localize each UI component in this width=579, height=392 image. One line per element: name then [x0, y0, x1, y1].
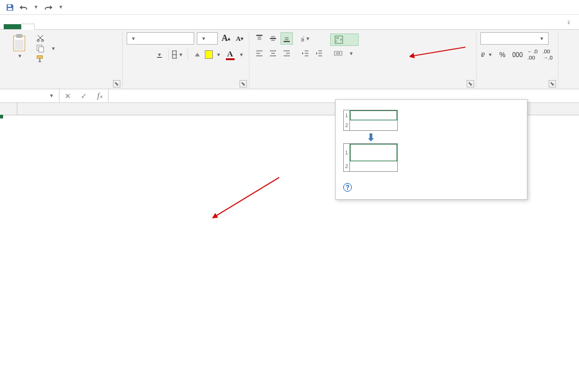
wrap-text-icon: abc	[334, 35, 343, 44]
borders-button[interactable]: ▼	[172, 48, 184, 61]
merge-icon	[334, 49, 343, 58]
merge-dropdown-icon[interactable]: ▼	[348, 51, 355, 56]
group-number: ▼ ₽▼ % 000 ←.0.00 .00→.0 ⬊	[477, 31, 559, 89]
increase-decimal-icon[interactable]: ←.0.00	[526, 48, 539, 61]
italic-button[interactable]	[140, 48, 152, 61]
ribbon: ▼ ▼ ⬊ ▼ ▼ A▴ A▾ ▼ ▼	[0, 30, 579, 89]
name-box[interactable]: ▼	[0, 89, 60, 102]
svg-rect-8	[38, 47, 43, 52]
tab-formulas[interactable]	[60, 24, 72, 29]
alignment-dialog-launcher[interactable]: ⬊	[467, 80, 474, 87]
accounting-format-icon[interactable]: ₽▼	[480, 48, 494, 61]
qat-customize-icon[interactable]: ▼	[57, 4, 65, 10]
align-right-icon[interactable]	[281, 47, 293, 60]
tell-me-icon[interactable]: ♀	[562, 16, 575, 29]
tab-home[interactable]	[21, 24, 35, 30]
align-left-icon[interactable]	[253, 47, 266, 60]
selection-box	[0, 115, 2, 118]
decrease-font-icon[interactable]: A▾	[234, 32, 245, 45]
paste-dropdown-icon[interactable]: ▼	[16, 53, 24, 59]
format-painter-button[interactable]	[36, 55, 57, 63]
align-center-icon[interactable]	[267, 47, 279, 60]
bold-button[interactable]	[127, 48, 138, 61]
svg-rect-1	[8, 7, 12, 10]
fill-color-button[interactable]	[191, 48, 203, 61]
group-font: ▼ ▼ A▴ A▾ ▼ ▼ ▼ A▼ ⬊	[123, 31, 249, 89]
svg-rect-0	[8, 4, 11, 7]
percent-format-icon[interactable]: %	[496, 48, 509, 61]
align-top-icon[interactable]	[253, 32, 266, 45]
number-format-select[interactable]: ▼	[480, 32, 549, 45]
tab-review[interactable]	[84, 24, 97, 29]
paste-button[interactable]: ▼	[6, 32, 34, 73]
tooltip-diagram: 1 2 ⬇ 1 2	[343, 110, 398, 174]
tab-data[interactable]	[72, 24, 84, 29]
annotation-arrow-2	[211, 174, 285, 229]
group-clipboard: ▼ ▼ ⬊	[2, 31, 123, 89]
fill-color-swatch	[205, 50, 213, 59]
font-color-button[interactable]: A	[224, 48, 236, 61]
enter-icon[interactable]: ✓	[76, 92, 92, 100]
cancel-icon[interactable]: ✕	[60, 92, 76, 100]
tab-page-layout[interactable]	[47, 24, 60, 29]
copy-dropdown-icon[interactable]: ▼	[50, 46, 57, 51]
tab-file[interactable]	[4, 24, 21, 29]
svg-text:₽: ₽	[481, 51, 485, 58]
number-dialog-launcher[interactable]: ⬊	[549, 80, 556, 87]
fill-dropdown-icon[interactable]: ▼	[215, 52, 222, 58]
orientation-icon[interactable]: ab▼	[299, 32, 312, 45]
clipboard-dialog-launcher[interactable]: ⬊	[113, 80, 120, 87]
svg-rect-9	[37, 56, 43, 58]
increase-font-icon[interactable]: A▴	[220, 32, 231, 45]
select-all-corner[interactable]	[0, 103, 17, 115]
align-middle-icon[interactable]	[267, 32, 279, 45]
group-alignment: ab▼ abc ▼ ⬊	[249, 31, 477, 89]
svg-text:ab: ab	[300, 34, 304, 43]
svg-rect-4	[15, 40, 24, 50]
comma-format-icon[interactable]: 000	[511, 48, 524, 61]
font-size-select[interactable]: ▼	[197, 32, 218, 45]
font-dialog-launcher[interactable]: ⬊	[240, 80, 247, 87]
tab-developer[interactable]	[109, 24, 122, 29]
copy-button[interactable]: ▼	[36, 44, 57, 53]
align-bottom-icon[interactable]	[281, 32, 293, 45]
tooltip-description	[404, 110, 519, 174]
tab-insert[interactable]	[35, 24, 47, 29]
help-icon: ?	[343, 183, 352, 192]
svg-rect-3	[16, 34, 22, 38]
tab-view[interactable]	[97, 24, 109, 29]
increase-indent-icon[interactable]	[313, 47, 325, 60]
font-color-dropdown-icon[interactable]: ▼	[238, 52, 245, 58]
quick-access-toolbar: ▼ ▼	[0, 0, 579, 15]
truncated-group-label	[562, 32, 570, 51]
down-arrow-icon: ⬇	[343, 133, 398, 142]
svg-line-44	[216, 177, 279, 216]
decrease-decimal-icon[interactable]: .00→.0	[541, 48, 554, 61]
decrease-indent-icon[interactable]	[299, 47, 312, 60]
wrap-text-tooltip: 1 2 ⬇ 1 2 ?	[335, 99, 527, 200]
redo-icon[interactable]	[43, 2, 53, 12]
undo-icon[interactable]	[19, 2, 29, 12]
merge-center-button[interactable]: ▼	[330, 47, 359, 60]
underline-button[interactable]: ▼	[154, 48, 166, 61]
font-name-select[interactable]: ▼	[127, 32, 194, 45]
wrap-text-button[interactable]: abc	[330, 33, 359, 46]
tooltip-more-link[interactable]: ?	[343, 183, 519, 192]
ribbon-tabs: ♀	[0, 15, 579, 30]
fx-icon[interactable]: fₓ	[92, 91, 108, 100]
cut-button[interactable]	[36, 33, 57, 42]
tab-abbyy[interactable]	[122, 24, 134, 29]
undo-dropdown-icon[interactable]: ▼	[32, 4, 40, 10]
save-icon[interactable]	[5, 2, 15, 12]
